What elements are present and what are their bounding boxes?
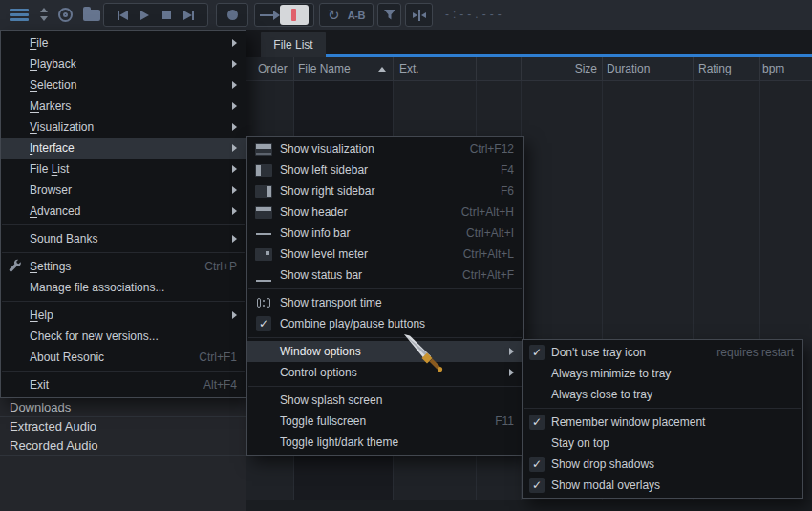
sidebar-item-recorded-audio[interactable]: Recorded Audio: [0, 436, 246, 456]
menu-item-advanced[interactable]: Advanced: [1, 201, 246, 222]
disc-icon[interactable]: [58, 8, 73, 22]
up-down-spinner-icon[interactable]: [39, 8, 49, 21]
skip-to-end-button[interactable]: [183, 11, 194, 20]
column-header-filename[interactable]: File Name: [298, 62, 351, 75]
menu-item-settings[interactable]: SettingsCtrl+P: [1, 256, 246, 277]
list-bottom-band: [246, 500, 812, 511]
menu-item-visualization[interactable]: Visualization: [1, 117, 246, 138]
record-group: [216, 3, 248, 27]
record-button[interactable]: [227, 10, 238, 20]
menu-item-selection[interactable]: Selection: [1, 75, 246, 96]
sidebar-item-extracted-audio[interactable]: Extracted Audio: [0, 417, 246, 436]
menu-item-help[interactable]: Help: [1, 305, 246, 326]
continue-arrow-button[interactable]: [260, 14, 274, 16]
left-sidebar: Downloads Extracted Audio Recorded Audio: [0, 398, 246, 511]
column-header-order[interactable]: Order: [258, 62, 288, 75]
submenu-item-show-status-bar[interactable]: Show status barCtrl+Alt+F: [247, 265, 523, 286]
submenu-item-control-options[interactable]: Control options: [247, 362, 523, 383]
center-group: [405, 3, 433, 27]
submenu-item-window-options[interactable]: Window options: [247, 341, 523, 362]
playback-mode-group: [254, 3, 314, 27]
level-meter-icon: [255, 248, 272, 261]
submenu-item-show-splash-screen[interactable]: Show splash screen: [247, 390, 523, 411]
menu-item-file-list[interactable]: File List: [1, 159, 246, 180]
checkmark-icon: [529, 478, 545, 493]
submenu-arrow-icon: [232, 60, 237, 68]
filter-group: [377, 3, 401, 27]
pause-indicator-icon: [291, 9, 296, 21]
column-header-bpm[interactable]: bpm: [762, 62, 784, 75]
sort-ascending-icon: [378, 67, 386, 72]
panel-visualization-icon: [255, 143, 272, 156]
transport-group: [103, 3, 208, 27]
submenu-item-show-transport-time[interactable]: Show transport time: [247, 292, 523, 313]
checkmark-icon: [529, 345, 545, 360]
submenu-item-show-modal-overlays[interactable]: Show modal overlays: [523, 475, 802, 496]
submenu-item-always-minimize-to-tray[interactable]: Always minimize to tray: [523, 363, 802, 384]
menu-item-manage-file-associations[interactable]: Manage file associations...: [1, 277, 246, 298]
column-header-rating[interactable]: Rating: [698, 62, 732, 75]
submenu-item-show-drop-shadows[interactable]: Show drop shadows: [523, 454, 802, 475]
pause-toggle-button-active[interactable]: [280, 5, 309, 25]
menu-item-exit[interactable]: ExitAlt+F4: [1, 374, 246, 395]
submenu-arrow-icon: [232, 39, 237, 47]
ab-loop-button[interactable]: A-B: [348, 10, 365, 21]
menu-separator: [524, 408, 801, 409]
sword-cursor: [401, 332, 445, 379]
menu-separator: [2, 252, 245, 253]
menu-item-markers[interactable]: Markers: [1, 96, 246, 117]
submenu-arrow-icon: [232, 81, 237, 89]
submenu-item-remember-window-placement[interactable]: Remember window placement: [523, 412, 802, 433]
submenu-item-toggle-theme[interactable]: Toggle light/dark theme: [247, 432, 523, 453]
tab-file-list[interactable]: File List: [261, 32, 326, 57]
submenu-item-show-info-bar[interactable]: Show info barCtrl+Alt+I: [247, 223, 523, 244]
bar-middle-icon: [255, 227, 272, 240]
menu-separator: [2, 224, 245, 225]
tab-strip: File List: [246, 30, 812, 57]
submenu-item-show-right-sidebar[interactable]: Show right sidebarF6: [247, 181, 523, 202]
menu-separator: [248, 386, 522, 387]
menu-item-sound-banks[interactable]: Sound Banks: [1, 228, 246, 249]
menu-item-interface[interactable]: Interface: [1, 138, 246, 159]
window-options-submenu: Don't use tray iconrequires restart Alwa…: [522, 339, 803, 499]
menu-item-browser[interactable]: Browser: [1, 180, 246, 201]
center-playhead-icon[interactable]: [413, 10, 426, 21]
skip-to-start-button[interactable]: [118, 11, 128, 20]
submenu-item-show-left-sidebar[interactable]: Show left sidebarF4: [247, 160, 523, 181]
column-header-duration[interactable]: Duration: [607, 62, 650, 75]
submenu-item-combine-play-pause[interactable]: Combine play/pause buttons: [247, 313, 523, 334]
loop-icon[interactable]: ↻: [328, 8, 340, 22]
time-display: -:--.---: [445, 8, 505, 21]
sidebar-item-downloads[interactable]: Downloads: [0, 398, 246, 417]
submenu-arrow-icon: [232, 144, 237, 152]
column-header-size[interactable]: Size: [521, 62, 597, 75]
menu-item-playback[interactable]: Playback: [1, 53, 246, 75]
submenu-item-dont-use-tray-icon[interactable]: Don't use tray iconrequires restart: [523, 342, 802, 363]
submenu-item-stay-on-top[interactable]: Stay on top: [523, 433, 802, 454]
submenu-item-always-close-to-tray[interactable]: Always close to tray: [523, 384, 802, 405]
column-header-ext[interactable]: Ext.: [399, 62, 419, 75]
main-menu-icon[interactable]: [10, 9, 29, 23]
menu-separator: [2, 301, 245, 302]
submenu-arrow-icon: [232, 186, 237, 194]
stop-button[interactable]: [162, 11, 171, 19]
submenu-item-show-visualization[interactable]: Show visualizationCtrl+F12: [247, 138, 523, 160]
filter-funnel-icon[interactable]: [383, 9, 396, 21]
main-menu: File Playback Selection Markers Visualiz…: [0, 30, 246, 398]
submenu-item-show-level-meter[interactable]: Show level meterCtrl+Alt+L: [247, 244, 523, 265]
submenu-arrow-icon: [232, 102, 237, 110]
submenu-item-show-header[interactable]: Show headerCtrl+Alt+H: [247, 202, 523, 223]
submenu-arrow-icon: [232, 123, 237, 131]
menu-item-check-for-new-versions[interactable]: Check for new versions...: [1, 326, 246, 347]
folder-icon[interactable]: [83, 10, 100, 21]
play-button[interactable]: [140, 11, 149, 20]
file-list-header: Order File Name Ext. Size Duration Ratin…: [246, 57, 812, 81]
submenu-arrow-icon: [232, 235, 237, 243]
bar-bottom-icon: [255, 269, 272, 282]
menu-item-file[interactable]: File: [1, 32, 246, 53]
interface-submenu: Show visualizationCtrl+F12 Show left sid…: [246, 136, 524, 456]
checkmark-icon: [529, 415, 545, 430]
menu-item-about-resonic[interactable]: About ResonicCtrl+F1: [1, 347, 246, 368]
submenu-item-toggle-fullscreen[interactable]: Toggle fullscreenF11: [247, 411, 523, 432]
checkmark-icon: [256, 316, 271, 331]
